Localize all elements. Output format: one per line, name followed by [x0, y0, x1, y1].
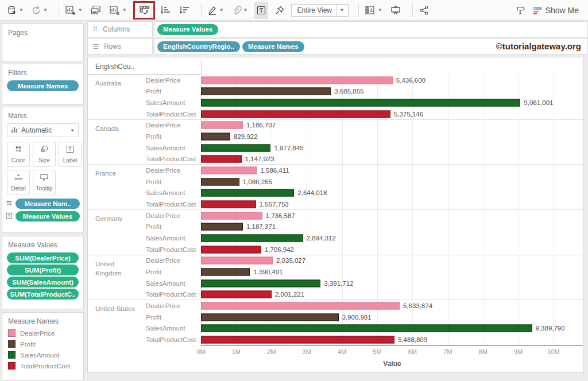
text-label-icon — [6, 211, 13, 221]
presentation-mode-icon[interactable] — [389, 2, 403, 19]
marks-pill[interactable]: Measure Values — [16, 211, 80, 221]
measure-value-pill[interactable]: SUM(TotalProductC.. — [7, 289, 79, 300]
measure-row-header[interactable]: Profit — [146, 178, 161, 185]
tooltip-button[interactable]: Tooltip — [33, 170, 56, 195]
legend-item[interactable]: Profit — [2, 339, 83, 349]
data-source-icon[interactable]: ▼ — [6, 2, 25, 19]
bar-mark-salesamount[interactable] — [201, 325, 532, 332]
chevron-down-icon[interactable]: ▼ — [19, 7, 24, 13]
rows-pill[interactable]: Measure Names — [242, 41, 304, 52]
measure-row-header[interactable]: TotalProductCost — [146, 336, 196, 343]
x-axis-title[interactable]: Value — [383, 360, 401, 368]
filter-pill[interactable]: Measure Names — [7, 80, 79, 91]
measure-row-header[interactable]: SalesAmount — [146, 235, 185, 242]
chevron-down-icon[interactable]: ▼ — [336, 5, 347, 16]
label-button[interactable]: Label — [59, 142, 82, 167]
measure-value-pill[interactable]: SUM(SalesAmount) — [7, 277, 79, 287]
bar-mark-totalproductcost[interactable] — [201, 201, 256, 208]
measure-row-header[interactable]: Profit — [146, 88, 161, 95]
bar-mark-totalproductcost[interactable] — [201, 336, 394, 344]
columns-pill-area[interactable]: Measure Values — [154, 21, 588, 37]
bar-mark-salesamount[interactable] — [201, 235, 303, 242]
sort-descending-icon[interactable] — [177, 2, 191, 19]
measure-row-header[interactable]: TotalProductCost — [146, 155, 196, 162]
measure-row-header[interactable]: TotalProductCost — [146, 111, 196, 118]
bar-mark-profit[interactable] — [201, 269, 250, 276]
tooltip-signpost-icon[interactable] — [514, 2, 528, 19]
paperclip-icon[interactable]: ▼ — [230, 2, 249, 19]
measure-value-pill[interactable]: SUM(DealerPrice) — [7, 252, 79, 263]
chevron-down-icon[interactable]: ▼ — [70, 128, 75, 133]
fit-view-dropdown[interactable]: Entire View ▼ — [291, 4, 349, 17]
measure-row-header[interactable]: TotalProductCost — [146, 246, 196, 253]
bar-mark-salesamount[interactable] — [201, 189, 294, 197]
show-mark-labels-icon[interactable] — [254, 2, 268, 19]
bar-mark-profit[interactable] — [201, 88, 331, 95]
highlight-pen-icon[interactable]: ▼ — [206, 2, 225, 19]
chevron-down-icon[interactable]: ▼ — [78, 7, 83, 13]
chevron-down-icon[interactable]: ▼ — [378, 7, 382, 13]
detail-button[interactable]: Detail — [7, 170, 30, 195]
measure-row-header[interactable]: DealerPrice — [146, 212, 180, 219]
measure-row-header[interactable]: DealerPrice — [146, 122, 180, 129]
chevron-down-icon[interactable]: ▼ — [219, 7, 224, 13]
measure-row-header[interactable]: SalesAmount — [146, 145, 185, 151]
legend-item[interactable]: DealerPrice — [2, 328, 83, 339]
measure-row-header[interactable]: DealerPrice — [146, 167, 180, 174]
marks-pill[interactable]: Measure Nam.. — [16, 199, 80, 209]
bar-mark-totalproductcost[interactable] — [201, 110, 390, 118]
color-button[interactable]: Color — [7, 142, 30, 167]
duplicate-sheet-icon[interactable] — [89, 2, 103, 19]
measure-row-header[interactable]: SalesAmount — [146, 280, 185, 287]
bar-mark-salesamount[interactable] — [201, 144, 270, 151]
show-me-button[interactable]: Show Me — [533, 6, 579, 15]
legend-item[interactable]: TotalProductCost — [2, 360, 83, 371]
measure-row-header[interactable]: Profit — [146, 133, 161, 140]
refresh-icon[interactable]: ▼ — [30, 2, 49, 19]
show-hide-cards-icon[interactable]: ▼ — [363, 2, 384, 19]
columns-pill[interactable]: Measure Values — [157, 24, 218, 35]
swap-rows-columns-icon[interactable] — [138, 5, 150, 16]
measure-row-header[interactable]: DealerPrice — [146, 302, 180, 309]
new-worksheet-icon[interactable]: ▼ — [64, 2, 84, 19]
bar-mark-dealerprice[interactable] — [201, 302, 400, 310]
bar-mark-dealerprice[interactable] — [201, 212, 262, 219]
bar-mark-dealerprice[interactable] — [201, 167, 257, 174]
bar-mark-profit[interactable] — [201, 223, 243, 231]
bar-mark-profit[interactable] — [201, 178, 239, 185]
measure-row-header[interactable]: SalesAmount — [146, 325, 185, 332]
chevron-down-icon[interactable]: ▼ — [43, 7, 48, 13]
share-icon[interactable] — [417, 2, 430, 19]
bar-mark-salesamount[interactable] — [201, 99, 520, 107]
chevron-down-icon[interactable]: ▼ — [122, 7, 127, 13]
chevron-down-icon[interactable]: ▼ — [243, 7, 248, 13]
bar-mark-totalproductcost[interactable] — [201, 291, 272, 298]
size-button[interactable]: Size — [33, 142, 56, 167]
bar-mark-salesamount[interactable] — [201, 279, 320, 287]
rows-pill[interactable]: EnglishCountryRegio.. — [157, 41, 240, 52]
bar-mark-dealerprice[interactable] — [201, 122, 243, 129]
measure-value-pill[interactable]: SUM(Profit) — [7, 265, 79, 275]
bar-mark-profit[interactable] — [201, 133, 230, 141]
measure-row-header[interactable]: TotalProductCost — [146, 201, 196, 208]
measure-row-header[interactable]: Profit — [146, 269, 161, 275]
bar-mark-profit[interactable] — [201, 313, 339, 321]
bar-mark-dealerprice[interactable] — [201, 76, 393, 84]
measure-row-header[interactable]: SalesAmount — [146, 189, 185, 196]
sort-ascending-icon[interactable] — [158, 2, 172, 19]
clear-sheet-icon[interactable]: ▼ — [108, 2, 128, 19]
measure-row-header[interactable]: Profit — [146, 223, 161, 230]
legend-item[interactable]: SalesAmount — [2, 349, 83, 360]
bar-mark-dealerprice[interactable] — [201, 257, 273, 265]
bar-mark-totalproductcost[interactable] — [201, 246, 261, 253]
measure-row-header[interactable]: SalesAmount — [146, 99, 185, 106]
bar-mark-totalproductcost[interactable] — [201, 155, 242, 163]
axis-tick-label: 5M — [373, 348, 381, 355]
fix-axes-pin-icon[interactable] — [273, 2, 286, 19]
measure-row-header[interactable]: Profit — [146, 314, 161, 321]
measure-row-header[interactable]: DealerPrice — [146, 77, 180, 84]
row-field-header[interactable]: EnglishCou.. — [95, 63, 134, 71]
measure-row-header[interactable]: TotalProductCost — [146, 291, 196, 298]
measure-row-header[interactable]: DealerPrice — [146, 257, 180, 264]
mark-type-dropdown[interactable]: Automatic ▼ — [7, 123, 79, 137]
